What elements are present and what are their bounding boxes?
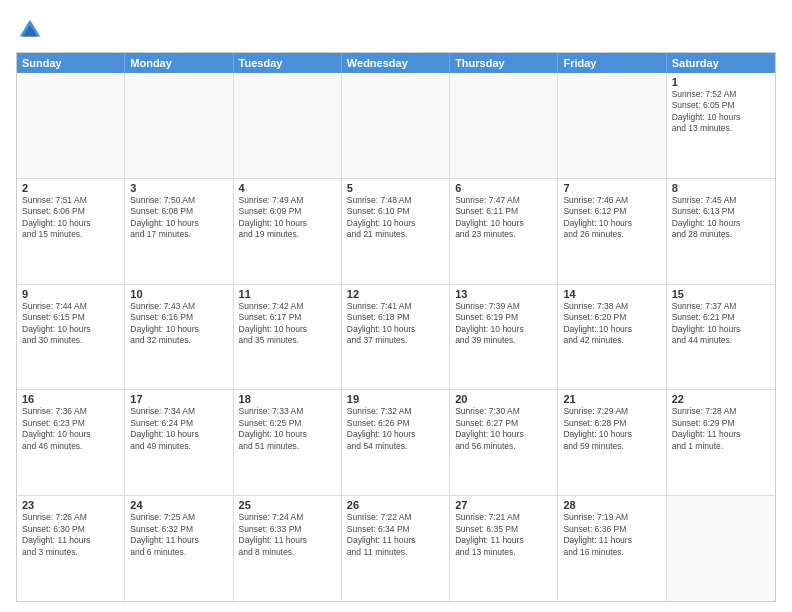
day-number: 5 [347,182,444,194]
cal-cell: 25Sunrise: 7:24 AM Sunset: 6:33 PM Dayli… [234,496,342,601]
day-info: Sunrise: 7:29 AM Sunset: 6:28 PM Dayligh… [563,406,660,452]
cal-cell: 19Sunrise: 7:32 AM Sunset: 6:26 PM Dayli… [342,390,450,495]
day-number: 12 [347,288,444,300]
cal-cell: 26Sunrise: 7:22 AM Sunset: 6:34 PM Dayli… [342,496,450,601]
day-number: 11 [239,288,336,300]
header-day-friday: Friday [558,53,666,73]
day-info: Sunrise: 7:19 AM Sunset: 6:36 PM Dayligh… [563,512,660,558]
cal-cell: 24Sunrise: 7:25 AM Sunset: 6:32 PM Dayli… [125,496,233,601]
cal-cell [125,73,233,178]
day-info: Sunrise: 7:49 AM Sunset: 6:09 PM Dayligh… [239,195,336,241]
cal-cell: 17Sunrise: 7:34 AM Sunset: 6:24 PM Dayli… [125,390,233,495]
cal-cell [234,73,342,178]
day-number: 16 [22,393,119,405]
day-info: Sunrise: 7:43 AM Sunset: 6:16 PM Dayligh… [130,301,227,347]
logo-icon [16,16,44,44]
day-info: Sunrise: 7:37 AM Sunset: 6:21 PM Dayligh… [672,301,770,347]
calendar-body: 1Sunrise: 7:52 AM Sunset: 6:05 PM Daylig… [17,73,775,601]
day-number: 25 [239,499,336,511]
day-number: 2 [22,182,119,194]
cal-cell: 4Sunrise: 7:49 AM Sunset: 6:09 PM Daylig… [234,179,342,284]
day-info: Sunrise: 7:34 AM Sunset: 6:24 PM Dayligh… [130,406,227,452]
day-info: Sunrise: 7:33 AM Sunset: 6:25 PM Dayligh… [239,406,336,452]
cal-cell: 10Sunrise: 7:43 AM Sunset: 6:16 PM Dayli… [125,285,233,390]
day-info: Sunrise: 7:22 AM Sunset: 6:34 PM Dayligh… [347,512,444,558]
day-number: 24 [130,499,227,511]
day-number: 9 [22,288,119,300]
day-info: Sunrise: 7:45 AM Sunset: 6:13 PM Dayligh… [672,195,770,241]
cal-row-2: 9Sunrise: 7:44 AM Sunset: 6:15 PM Daylig… [17,285,775,391]
day-info: Sunrise: 7:51 AM Sunset: 6:06 PM Dayligh… [22,195,119,241]
day-info: Sunrise: 7:32 AM Sunset: 6:26 PM Dayligh… [347,406,444,452]
day-number: 20 [455,393,552,405]
day-number: 17 [130,393,227,405]
cal-cell: 22Sunrise: 7:28 AM Sunset: 6:29 PM Dayli… [667,390,775,495]
day-info: Sunrise: 7:25 AM Sunset: 6:32 PM Dayligh… [130,512,227,558]
logo [16,16,48,44]
page: SundayMondayTuesdayWednesdayThursdayFrid… [0,0,792,612]
day-info: Sunrise: 7:39 AM Sunset: 6:19 PM Dayligh… [455,301,552,347]
cal-cell: 11Sunrise: 7:42 AM Sunset: 6:17 PM Dayli… [234,285,342,390]
day-info: Sunrise: 7:44 AM Sunset: 6:15 PM Dayligh… [22,301,119,347]
day-info: Sunrise: 7:41 AM Sunset: 6:18 PM Dayligh… [347,301,444,347]
header-day-thursday: Thursday [450,53,558,73]
day-info: Sunrise: 7:38 AM Sunset: 6:20 PM Dayligh… [563,301,660,347]
cal-cell: 13Sunrise: 7:39 AM Sunset: 6:19 PM Dayli… [450,285,558,390]
day-number: 1 [672,76,770,88]
cal-cell: 18Sunrise: 7:33 AM Sunset: 6:25 PM Dayli… [234,390,342,495]
cal-row-0: 1Sunrise: 7:52 AM Sunset: 6:05 PM Daylig… [17,73,775,179]
cal-cell: 21Sunrise: 7:29 AM Sunset: 6:28 PM Dayli… [558,390,666,495]
header-day-sunday: Sunday [17,53,125,73]
calendar-header: SundayMondayTuesdayWednesdayThursdayFrid… [17,53,775,73]
cal-cell: 6Sunrise: 7:47 AM Sunset: 6:11 PM Daylig… [450,179,558,284]
cal-cell [342,73,450,178]
day-info: Sunrise: 7:47 AM Sunset: 6:11 PM Dayligh… [455,195,552,241]
cal-cell: 1Sunrise: 7:52 AM Sunset: 6:05 PM Daylig… [667,73,775,178]
cal-cell: 12Sunrise: 7:41 AM Sunset: 6:18 PM Dayli… [342,285,450,390]
day-info: Sunrise: 7:21 AM Sunset: 6:35 PM Dayligh… [455,512,552,558]
day-number: 21 [563,393,660,405]
cal-cell: 20Sunrise: 7:30 AM Sunset: 6:27 PM Dayli… [450,390,558,495]
day-info: Sunrise: 7:36 AM Sunset: 6:23 PM Dayligh… [22,406,119,452]
header-day-tuesday: Tuesday [234,53,342,73]
cal-cell: 27Sunrise: 7:21 AM Sunset: 6:35 PM Dayli… [450,496,558,601]
day-info: Sunrise: 7:30 AM Sunset: 6:27 PM Dayligh… [455,406,552,452]
day-number: 13 [455,288,552,300]
day-number: 27 [455,499,552,511]
day-number: 18 [239,393,336,405]
day-number: 6 [455,182,552,194]
day-info: Sunrise: 7:46 AM Sunset: 6:12 PM Dayligh… [563,195,660,241]
cal-cell: 28Sunrise: 7:19 AM Sunset: 6:36 PM Dayli… [558,496,666,601]
day-number: 3 [130,182,227,194]
cal-row-4: 23Sunrise: 7:26 AM Sunset: 6:30 PM Dayli… [17,496,775,601]
day-number: 14 [563,288,660,300]
cal-cell: 7Sunrise: 7:46 AM Sunset: 6:12 PM Daylig… [558,179,666,284]
day-number: 23 [22,499,119,511]
header-day-wednesday: Wednesday [342,53,450,73]
day-number: 7 [563,182,660,194]
cal-cell: 15Sunrise: 7:37 AM Sunset: 6:21 PM Dayli… [667,285,775,390]
day-number: 4 [239,182,336,194]
day-number: 10 [130,288,227,300]
cal-cell [558,73,666,178]
day-number: 22 [672,393,770,405]
day-info: Sunrise: 7:42 AM Sunset: 6:17 PM Dayligh… [239,301,336,347]
cal-cell: 3Sunrise: 7:50 AM Sunset: 6:08 PM Daylig… [125,179,233,284]
cal-cell: 5Sunrise: 7:48 AM Sunset: 6:10 PM Daylig… [342,179,450,284]
cal-cell: 8Sunrise: 7:45 AM Sunset: 6:13 PM Daylig… [667,179,775,284]
calendar: SundayMondayTuesdayWednesdayThursdayFrid… [16,52,776,602]
cal-cell: 16Sunrise: 7:36 AM Sunset: 6:23 PM Dayli… [17,390,125,495]
day-info: Sunrise: 7:26 AM Sunset: 6:30 PM Dayligh… [22,512,119,558]
cal-cell: 2Sunrise: 7:51 AM Sunset: 6:06 PM Daylig… [17,179,125,284]
header [16,16,776,44]
cal-cell: 23Sunrise: 7:26 AM Sunset: 6:30 PM Dayli… [17,496,125,601]
cal-cell [17,73,125,178]
day-number: 28 [563,499,660,511]
cal-cell [450,73,558,178]
day-info: Sunrise: 7:50 AM Sunset: 6:08 PM Dayligh… [130,195,227,241]
cal-row-1: 2Sunrise: 7:51 AM Sunset: 6:06 PM Daylig… [17,179,775,285]
day-info: Sunrise: 7:28 AM Sunset: 6:29 PM Dayligh… [672,406,770,452]
cal-cell: 14Sunrise: 7:38 AM Sunset: 6:20 PM Dayli… [558,285,666,390]
day-info: Sunrise: 7:48 AM Sunset: 6:10 PM Dayligh… [347,195,444,241]
cal-cell [667,496,775,601]
